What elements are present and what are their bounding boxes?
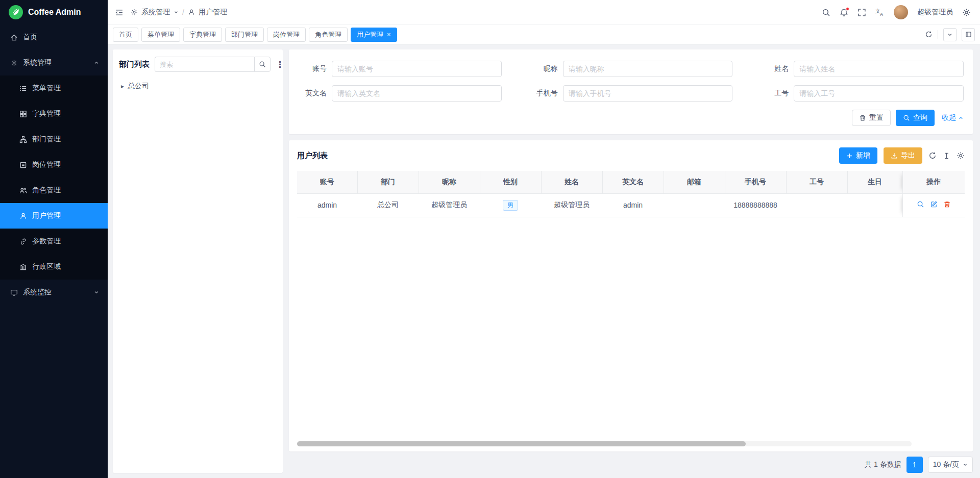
more-vertical-icon[interactable]: ⋮	[276, 59, 284, 70]
job-no-input[interactable]	[794, 85, 964, 102]
topbar-actions: 文A 超级管理员	[822, 5, 971, 19]
search-icon[interactable]	[822, 8, 830, 17]
chevron-up-icon	[93, 60, 100, 66]
sidebar-item-admin-region[interactable]: 行政区域	[0, 254, 108, 280]
edit-row-icon[interactable]	[930, 200, 938, 208]
column-header: 账号	[297, 171, 357, 193]
refresh-icon[interactable]	[928, 152, 937, 160]
total-records-text: 共 1 条数据	[865, 460, 901, 469]
sidebar-item-user-management[interactable]: 用户管理	[0, 203, 108, 229]
chevron-down-icon[interactable]	[943, 28, 957, 41]
column-header: 英文名	[602, 171, 664, 193]
layout-icon[interactable]	[962, 28, 975, 41]
department-search-input[interactable]	[155, 57, 254, 72]
user-table-header: 用户列表 新增	[297, 147, 965, 164]
sidebar-item-post-management[interactable]: 岗位管理	[0, 152, 108, 178]
sidebar-item-dict-management[interactable]: 字典管理	[0, 101, 108, 127]
tab-dict-management[interactable]: 字典管理	[183, 28, 222, 42]
settings-gear-icon[interactable]	[962, 8, 971, 17]
view-row-icon[interactable]	[917, 200, 924, 208]
cell-job-no	[786, 193, 847, 217]
column-header-actions: 操作	[902, 171, 965, 193]
user-name[interactable]: 超级管理员	[917, 8, 953, 17]
search-icon	[903, 114, 910, 121]
nickname-input[interactable]	[563, 61, 733, 77]
column-header: 生日	[847, 171, 902, 193]
phone-input[interactable]	[563, 85, 733, 102]
gear-icon	[10, 59, 18, 67]
cell-account: admin	[297, 193, 357, 217]
sidebar-item-label: 首页	[23, 33, 37, 42]
link-icon	[19, 238, 27, 245]
home-icon	[10, 34, 18, 41]
sidebar-item-menu-management[interactable]: 菜单管理	[0, 76, 108, 101]
breadcrumb-item-system[interactable]: 系统管理	[141, 8, 170, 17]
bell-icon[interactable]	[840, 8, 848, 17]
chevron-down-icon	[174, 10, 179, 15]
chevron-down-icon	[963, 462, 968, 467]
tab-home[interactable]: 首页	[113, 28, 138, 42]
caret-right-icon[interactable]: ▸	[121, 83, 124, 90]
page-number-button[interactable]: 1	[906, 457, 923, 473]
column-header: 昵称	[419, 171, 480, 193]
tab-user-management[interactable]: 用户管理 ×	[351, 28, 397, 42]
gear-icon	[131, 9, 138, 16]
tab-menu-management[interactable]: 菜单管理	[141, 28, 180, 42]
add-user-button[interactable]: 新增	[839, 147, 877, 164]
department-search-button[interactable]	[254, 57, 271, 72]
org-tree-icon	[19, 136, 27, 143]
table-settings-gear-icon[interactable]	[957, 152, 965, 160]
user-table-card: 用户列表 新增	[289, 140, 973, 451]
close-icon[interactable]: ×	[387, 31, 391, 38]
column-header: 姓名	[541, 171, 602, 193]
search-form-card: 账号 昵称 姓名 英文名	[289, 49, 973, 134]
en-name-input[interactable]	[332, 85, 502, 102]
query-button[interactable]: 查询	[896, 110, 935, 126]
cell-name: 超级管理员	[541, 193, 602, 217]
fullscreen-icon[interactable]	[857, 8, 866, 17]
tab-role-management[interactable]: 角色管理	[309, 28, 348, 42]
tab-post-management[interactable]: 岗位管理	[267, 28, 306, 42]
form-item-nickname: 昵称	[529, 61, 733, 77]
app-logo: Coffee Admin	[0, 0, 108, 24]
delete-row-icon[interactable]	[943, 200, 951, 208]
app-root: Coffee Admin 首页 系统管理	[0, 0, 980, 478]
column-header: 部门	[357, 171, 419, 193]
account-label: 账号	[298, 64, 327, 73]
trash-icon	[859, 114, 866, 121]
sidebar-item-param-management[interactable]: 参数管理	[0, 229, 108, 254]
sidebar-item-role-management[interactable]: 角色管理	[0, 178, 108, 203]
refresh-icon[interactable]	[925, 31, 933, 38]
page-size-select[interactable]: 10 条/页	[928, 457, 973, 473]
user-icon	[19, 212, 27, 220]
app-title: Coffee Admin	[28, 8, 81, 17]
divider	[938, 30, 938, 39]
scrollbar-thumb[interactable]	[297, 441, 746, 446]
avatar[interactable]	[894, 5, 908, 19]
horizontal-scrollbar	[297, 441, 912, 446]
sidebar-item-home[interactable]: 首页	[0, 24, 108, 50]
sidebar-item-dept-management[interactable]: 部门管理	[0, 127, 108, 152]
account-input[interactable]	[332, 61, 502, 77]
name-input[interactable]	[794, 61, 964, 77]
notification-badge	[846, 7, 849, 11]
pagination: 共 1 条数据 1 10 条/页	[289, 457, 973, 473]
table-toolbar: 新增 导出	[839, 147, 965, 164]
reset-button[interactable]: 重置	[852, 110, 891, 126]
sidebar-item-label: 部门管理	[32, 135, 61, 144]
column-header: 邮箱	[664, 171, 725, 193]
tab-dept-management[interactable]: 部门管理	[225, 28, 264, 42]
chevron-up-icon	[958, 115, 964, 121]
tree-item-head-office[interactable]: ▸ 总公司	[119, 79, 277, 93]
search-icon	[259, 61, 266, 68]
cell-birthday	[847, 193, 902, 217]
collapse-sidebar-icon[interactable]	[115, 8, 124, 17]
tabbar: 首页 菜单管理 字典管理 部门管理 岗位管理 角色管理 用户管理 ×	[108, 24, 980, 44]
column-settings-icon[interactable]	[943, 152, 950, 160]
export-button[interactable]: 导出	[884, 147, 922, 164]
collapse-filters-link[interactable]: 收起	[942, 113, 964, 122]
form-item-job-no: 工号	[760, 85, 964, 102]
sidebar-item-system-monitor[interactable]: 系统监控	[0, 280, 108, 305]
translate-icon[interactable]: 文A	[875, 8, 885, 17]
sidebar-item-system-management[interactable]: 系统管理	[0, 50, 108, 76]
